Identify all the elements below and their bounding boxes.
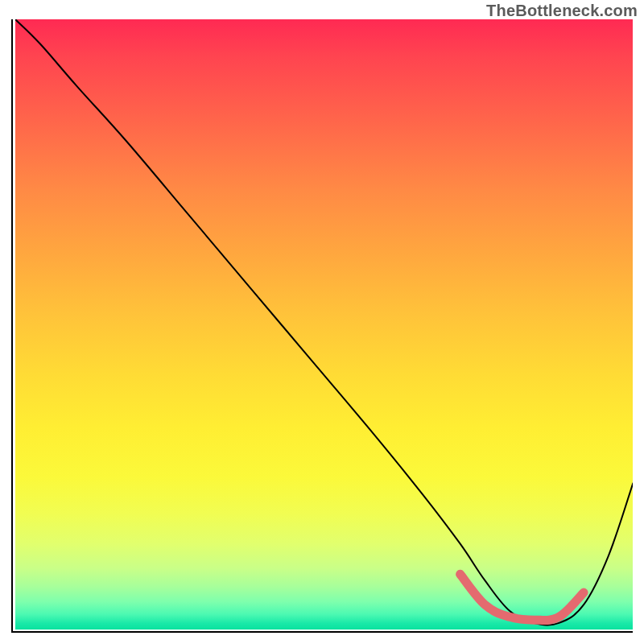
chart-container: TheBottleneck.com	[0, 0, 644, 644]
chart-svg	[15, 19, 634, 630]
bottleneck-curve-line	[15, 19, 634, 625]
optimal-band-line	[460, 574, 584, 620]
plot-area	[11, 19, 633, 633]
watermark-text: TheBottleneck.com	[486, 2, 638, 20]
